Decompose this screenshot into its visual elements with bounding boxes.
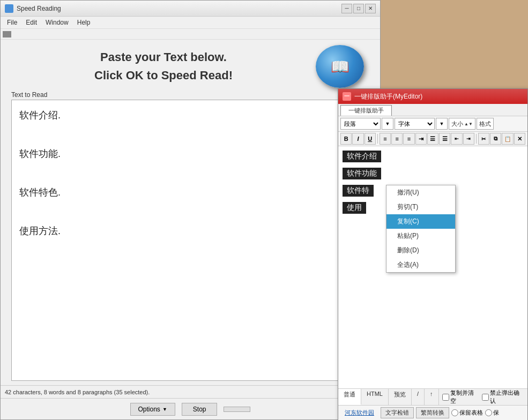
ctx-delete[interactable]: 删除(D) [386, 243, 455, 258]
text-check-btn[interactable]: 文字检错 [381, 407, 414, 418]
editor-highlight-4: 使用 [343, 202, 366, 214]
myeditor-title-text: 一键排版助手(MyEditor) [354, 92, 422, 101]
options-label: Options [138, 406, 160, 413]
menu-bar: File Edit Window Help [1, 17, 380, 29]
menu-edit[interactable]: Edit [21, 18, 41, 27]
window-title: Speed Reading [17, 5, 341, 12]
ctx-copy[interactable]: 复制(C) [386, 214, 455, 229]
ctx-paste[interactable]: 粘贴(P) [386, 229, 455, 243]
bottom-bar: Options ▼ Stop [1, 398, 380, 419]
logo-book-icon: 📖 [331, 58, 349, 76]
tab-up[interactable]: ↑ [425, 389, 439, 405]
myeditor-main-tab[interactable]: 一键排版助手 [340, 105, 392, 116]
italic-button[interactable]: I [352, 133, 363, 145]
align-center-button[interactable]: ≡ [391, 133, 403, 145]
text-input-area[interactable]: 软件介绍. 软件功能. 软件特色. 使用方法. [11, 100, 369, 381]
toolbar-handle-icon [3, 31, 11, 38]
maximize-button[interactable]: □ [353, 4, 364, 13]
text-line-2: 软件功能. [19, 144, 361, 163]
font-select[interactable]: 字体 [395, 118, 435, 130]
headline: Paste your Text below. [11, 50, 316, 64]
radio-option2-input[interactable] [485, 409, 492, 416]
myeditor-toolbar1: 段落 ▼ 字体 ▼ 大小 ▲ ▼ 格式 [338, 116, 527, 132]
context-menu: 撤消(U) 剪切(T) 复制(C) 粘贴(P) 删除(D) 全选(A) [386, 185, 456, 273]
toolbar1-dropdown1[interactable]: ▼ [382, 118, 393, 130]
subheadline: Click OK to Speed Read! [11, 69, 316, 82]
delete-content-button[interactable]: ✕ [514, 133, 525, 145]
ctx-cut[interactable]: 剪切(T) [386, 200, 455, 214]
menu-help[interactable]: Help [73, 18, 95, 27]
paste-button[interactable]: 📋 [502, 133, 513, 145]
myeditor-toolbar2: B I U ≡ ≡ ≡ ⇥ ☰ ☰ ⇤ ⇥ ✂ ⧉ 📋 ✕ [338, 132, 527, 146]
myeditor-tab-bar: 一键排版助手 [338, 104, 527, 116]
toolbar-separator-1 [377, 134, 378, 144]
tab-html[interactable]: HTML [361, 389, 389, 405]
paragraph-select[interactable]: 段落 [340, 118, 381, 130]
list2-button[interactable]: ☰ [439, 133, 450, 145]
copy-button[interactable]: ⧉ [490, 133, 501, 145]
editor-row-2: 软件功能 [343, 168, 523, 179]
options-dropdown-icon: ▼ [162, 407, 167, 412]
title-bar: Speed Reading ─ □ ✕ [1, 1, 380, 17]
checkbox-no-confirm-input[interactable] [482, 394, 489, 401]
myeditor-title-bar: 一 一键排版助手(MyEditor) [338, 89, 527, 104]
indent-button[interactable]: ⇥ [415, 133, 427, 145]
checkbox-copy-clear-input[interactable] [442, 394, 449, 401]
simplified-btn[interactable]: 繁简转换 [416, 407, 449, 418]
ok-button[interactable] [224, 407, 250, 412]
text-line-1: 软件介绍. [19, 106, 361, 125]
myeditor-bottom-toolbar: 河东软件园 文字检错 繁简转换 保留表格 保 [338, 405, 527, 420]
options-button[interactable]: Options ▼ [130, 403, 175, 416]
myeditor-bottom-tabs: 普通 HTML 预览 / ↑ 复制并清空 禁止弹出确认 [338, 388, 527, 405]
checkbox-no-confirm[interactable]: 禁止弹出确认 [482, 389, 524, 405]
toolbar-separator-2 [476, 134, 477, 144]
status-bar: 42 characters, 8 words and 8 paragraphs … [1, 385, 380, 398]
stop-button[interactable]: Stop [182, 403, 218, 416]
radio-keep-table[interactable]: 保留表格 [451, 409, 483, 417]
editor-highlight-3: 软件特 [343, 185, 374, 197]
ctx-select-all[interactable]: 全选(A) [386, 258, 455, 272]
speed-reading-window: Speed Reading ─ □ ✕ File Edit Window Hel… [0, 0, 381, 420]
hedong-btn[interactable]: 河东软件园 [340, 408, 378, 418]
app-icon [5, 4, 13, 13]
title-bar-buttons: ─ □ ✕ [341, 4, 376, 13]
cut-button[interactable]: ✂ [478, 133, 489, 145]
editor-highlight-1: 软件介绍 [343, 151, 381, 162]
radio-option2[interactable]: 保 [485, 409, 499, 417]
tab-slash: / [412, 389, 425, 405]
text-line-4: 使用方法. [19, 221, 361, 241]
status-text: 42 characters, 8 words and 8 paragraphs … [5, 389, 150, 395]
checkbox-copy-clear-label: 复制并清空 [450, 389, 479, 405]
minimize-button[interactable]: ─ [341, 4, 352, 13]
align-left-button[interactable]: ≡ [380, 133, 391, 145]
radio-keep-table-label: 保留表格 [459, 409, 483, 417]
menu-file[interactable]: File [3, 18, 21, 27]
text-line-3: 软件特色. [19, 183, 361, 202]
toolbar1-dropdown2[interactable]: ▼ [436, 118, 448, 130]
format-label[interactable]: 格式 [477, 118, 494, 130]
underline-button[interactable]: U [365, 133, 376, 145]
checkbox-copy-clear[interactable]: 复制并清空 [442, 389, 479, 405]
size-down-icon: ▼ [468, 122, 473, 126]
text-area-label: Text to Read [11, 91, 369, 99]
bold-button[interactable]: B [340, 133, 352, 145]
tab-normal[interactable]: 普通 [338, 389, 361, 405]
checkbox-no-confirm-label: 禁止弹出确认 [490, 389, 524, 405]
myeditor-icon: 一 [343, 92, 351, 101]
align-right-button[interactable]: ≡ [403, 133, 414, 145]
size-up-icon: ▲ [464, 122, 468, 126]
menu-window[interactable]: Window [41, 18, 73, 27]
editor-highlight-2: 软件功能 [343, 168, 381, 179]
list-button[interactable]: ☰ [427, 133, 438, 145]
editor-row-1: 软件介绍 [343, 151, 523, 162]
tab-preview[interactable]: 预览 [389, 389, 412, 405]
radio-keep-table-input[interactable] [451, 409, 458, 416]
extra1-button[interactable]: ⇤ [451, 133, 462, 145]
app-logo: 📖 [316, 45, 364, 88]
ctx-undo[interactable]: 撤消(U) [386, 185, 455, 200]
bottom-tab-checkboxes: 复制并清空 禁止弹出确认 [439, 389, 527, 405]
extra2-button[interactable]: ⇥ [463, 133, 474, 145]
close-button[interactable]: ✕ [365, 4, 376, 13]
size-label[interactable]: 大小 ▲ ▼ [449, 118, 475, 130]
radio-option2-label: 保 [493, 409, 499, 417]
